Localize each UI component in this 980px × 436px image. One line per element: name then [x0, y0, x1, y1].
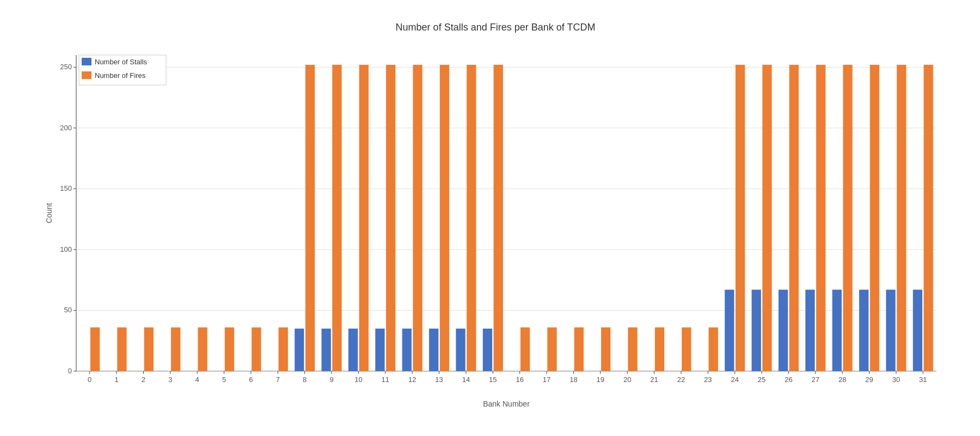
svg-rect-66 [440, 65, 449, 371]
svg-rect-30 [171, 328, 180, 371]
svg-text:31: 31 [919, 376, 927, 384]
svg-rect-125 [886, 290, 895, 371]
svg-rect-24 [117, 328, 126, 371]
svg-rect-61 [402, 329, 412, 371]
svg-text:2: 2 [142, 376, 145, 384]
svg-text:13: 13 [435, 376, 443, 384]
svg-text:200: 200 [60, 124, 72, 132]
svg-rect-126 [897, 65, 906, 371]
svg-rect-113 [805, 290, 814, 371]
svg-rect-98 [709, 328, 718, 371]
chart-area: 050100150200250Count01234567891011121314… [44, 39, 947, 382]
svg-text:Number of Stalls: Number of Stalls [95, 58, 148, 66]
svg-rect-121 [859, 290, 868, 371]
svg-rect-42 [279, 328, 288, 371]
svg-rect-36 [225, 328, 234, 371]
svg-text:50: 50 [64, 306, 72, 314]
svg-rect-74 [494, 65, 503, 371]
svg-text:4: 4 [195, 376, 199, 384]
svg-text:27: 27 [812, 376, 819, 384]
svg-text:3: 3 [168, 376, 172, 384]
svg-rect-53 [348, 329, 358, 371]
svg-rect-54 [359, 65, 369, 371]
svg-rect-83 [574, 328, 584, 371]
svg-text:6: 6 [249, 376, 253, 384]
svg-text:29: 29 [865, 376, 873, 384]
svg-text:25: 25 [758, 376, 765, 384]
svg-rect-27 [144, 328, 154, 371]
svg-rect-57 [375, 329, 384, 371]
svg-rect-118 [843, 65, 852, 371]
svg-text:12: 12 [408, 376, 416, 384]
svg-text:10: 10 [354, 376, 362, 384]
svg-text:14: 14 [462, 376, 470, 384]
svg-text:5: 5 [222, 376, 226, 384]
svg-text:9: 9 [329, 376, 333, 384]
svg-rect-58 [386, 65, 395, 371]
svg-rect-39 [252, 328, 261, 371]
svg-rect-77 [520, 328, 530, 371]
svg-rect-129 [913, 290, 922, 371]
svg-rect-50 [332, 65, 341, 371]
svg-rect-110 [789, 65, 799, 371]
svg-text:100: 100 [60, 245, 72, 253]
svg-text:16: 16 [516, 376, 523, 384]
svg-rect-46 [305, 65, 315, 371]
svg-rect-89 [628, 328, 637, 371]
svg-text:150: 150 [60, 184, 72, 192]
svg-rect-69 [456, 329, 465, 371]
svg-rect-65 [429, 329, 438, 371]
svg-text:28: 28 [838, 376, 846, 384]
svg-rect-106 [762, 65, 771, 371]
svg-rect-49 [322, 329, 331, 371]
svg-rect-95 [682, 328, 691, 371]
svg-rect-73 [483, 329, 492, 371]
svg-text:20: 20 [623, 376, 631, 384]
svg-rect-109 [779, 290, 788, 371]
svg-rect-33 [198, 328, 207, 371]
svg-rect-130 [924, 65, 933, 371]
svg-text:8: 8 [303, 376, 307, 384]
svg-rect-21 [90, 328, 100, 371]
svg-rect-135 [82, 58, 91, 65]
svg-text:15: 15 [489, 376, 497, 384]
svg-text:11: 11 [382, 376, 389, 384]
svg-rect-114 [816, 65, 825, 371]
svg-text:23: 23 [704, 376, 712, 384]
svg-text:21: 21 [650, 376, 658, 384]
svg-text:Bank Number: Bank Number [483, 399, 530, 408]
svg-text:Number of Fires: Number of Fires [95, 71, 146, 80]
svg-rect-92 [655, 328, 664, 371]
svg-text:1: 1 [114, 376, 118, 384]
svg-text:18: 18 [569, 376, 577, 384]
chart-container: Number of Stalls and Fires per Bank of T… [0, 0, 980, 436]
svg-rect-62 [413, 65, 422, 371]
svg-rect-105 [752, 290, 761, 371]
svg-text:250: 250 [60, 63, 72, 71]
svg-text:7: 7 [276, 376, 280, 384]
svg-text:30: 30 [892, 376, 900, 384]
svg-text:17: 17 [543, 376, 550, 384]
svg-text:0: 0 [88, 376, 91, 384]
svg-text:22: 22 [677, 376, 685, 384]
svg-rect-45 [295, 329, 304, 371]
svg-rect-70 [467, 65, 476, 371]
svg-text:Count: Count [45, 203, 53, 223]
svg-rect-122 [870, 65, 879, 371]
svg-text:0: 0 [68, 367, 72, 375]
svg-text:24: 24 [731, 376, 738, 384]
svg-rect-80 [547, 328, 556, 371]
svg-rect-86 [601, 328, 610, 371]
bar-chart: 050100150200250Count01234567891011121314… [44, 39, 947, 409]
svg-rect-137 [82, 71, 91, 79]
svg-text:19: 19 [597, 376, 604, 384]
svg-rect-117 [832, 290, 842, 371]
chart-title: Number of Stalls and Fires per Bank of T… [44, 22, 947, 33]
svg-rect-101 [725, 290, 734, 371]
svg-rect-102 [736, 65, 745, 371]
svg-text:26: 26 [785, 376, 792, 384]
